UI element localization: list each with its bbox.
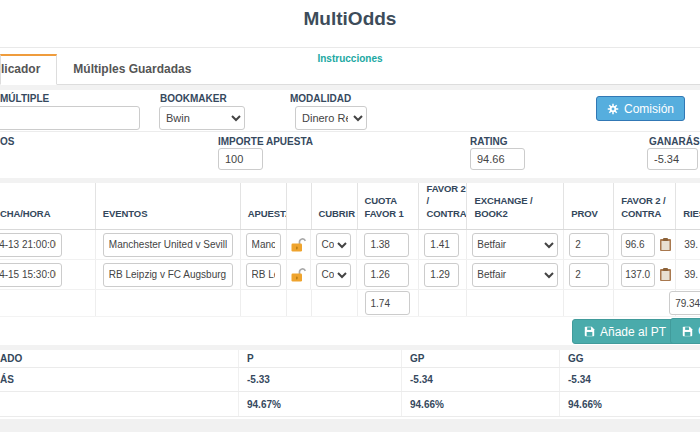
form-row-2: OS IMPORTE APUESTA RATING GANARÁS — [0, 132, 700, 178]
rating-input[interactable] — [470, 148, 525, 170]
ganaras-label: GANARÁS — [649, 136, 700, 147]
prov-input[interactable] — [569, 263, 609, 287]
page-title: MultiOdds — [0, 8, 700, 30]
modalidad-label: MODALIDAD — [290, 93, 351, 104]
col-exchange-book2: EXCHANGE / BOOK2 — [467, 183, 564, 229]
bookmaker-select[interactable]: Bwin — [159, 106, 245, 130]
riesgo-total-input[interactable] — [669, 291, 700, 315]
modalidad-select[interactable]: Dinero Real — [295, 106, 367, 130]
cubrir-select[interactable]: Contra — [316, 233, 351, 257]
summary-gg-value: 94.66% — [560, 392, 700, 416]
rating-label: RATING — [470, 136, 508, 147]
summary-row: 94.67% 94.66% 94.66% — [0, 392, 700, 417]
multiple-label: MÚLTIPLE — [0, 93, 49, 104]
summary-row-label — [0, 392, 239, 416]
table-row: Contra Betfair 39. — [0, 230, 700, 260]
cuota-total-input[interactable] — [365, 291, 410, 315]
summary-col-gg: GG — [560, 350, 700, 367]
unlock-icon[interactable] — [290, 267, 307, 283]
copy-clipboard-icon[interactable] — [659, 237, 672, 252]
favor2-contra-input[interactable] — [621, 233, 655, 257]
actions-row: Añade al PT Gu — [0, 317, 700, 345]
summary-gp-value: 94.66% — [402, 392, 560, 416]
col-favor2-contra: FAVOR 2 / CONTRA — [614, 183, 676, 229]
footer-band — [0, 419, 700, 432]
prov-input[interactable] — [569, 233, 609, 257]
instructions-link[interactable]: Instrucciones — [317, 53, 382, 64]
summary-gg-value: -5.34 — [560, 368, 700, 391]
importe-input[interactable] — [218, 148, 263, 170]
exchange-select[interactable]: Betfair — [472, 263, 558, 287]
summary-col-p: P — [239, 350, 402, 367]
eventos-section-label: OS — [0, 136, 14, 147]
col-lock — [287, 183, 312, 229]
summary-col-gp: GP — [402, 350, 560, 367]
fecha-input[interactable] — [0, 233, 62, 257]
summary-p-value: 94.67% — [239, 392, 402, 416]
summary-row-label: ÁS — [0, 368, 239, 391]
importe-label: IMPORTE APUESTA — [218, 136, 313, 147]
cubrir-select[interactable]: Contra — [316, 263, 351, 287]
save-icon — [682, 326, 693, 337]
comision-button-label: Comisión — [624, 102, 674, 116]
ganaras-input[interactable] — [647, 148, 698, 170]
summary-table: ADO P GP GG ÁS -5.33 -5.34 -5.34 94.67% … — [0, 350, 700, 417]
evento-input[interactable] — [103, 233, 233, 257]
cogs-icon — [607, 103, 619, 115]
favor2-contra-input[interactable] — [621, 263, 655, 287]
page-header: MultiOdds Instrucciones — [0, 0, 700, 48]
fecha-input[interactable] — [0, 263, 62, 287]
cuota-favor1-input[interactable] — [364, 263, 409, 287]
tab-multiples-guardadas-label: Múltiples Guardadas — [73, 62, 191, 76]
bets-table-header: CHA/HORA EVENTOS APUESTA CUBRIR CUOTA FA… — [0, 183, 700, 230]
apuesta-input[interactable] — [246, 263, 281, 287]
riesgo-value: 39. — [684, 269, 698, 280]
summary-gp-value: -5.34 — [402, 368, 560, 391]
comision-button[interactable]: Comisión — [596, 96, 685, 121]
col-cuota-favor-1: CUOTA FAVOR 1 — [358, 183, 420, 229]
col-cubrir: CUBRIR — [312, 183, 358, 229]
tab-calculador[interactable]: licador — [0, 54, 57, 85]
cuota-favor2-input[interactable] — [424, 263, 459, 287]
guardar-button[interactable]: Gu — [670, 318, 700, 344]
col-eventos: EVENTOS — [96, 183, 241, 229]
col-riesgo: RIES — [676, 183, 700, 229]
bets-table: CHA/HORA EVENTOS APUESTA CUBRIR CUOTA FA… — [0, 183, 700, 317]
summary-p-value: -5.33 — [239, 368, 402, 391]
bookmaker-label: BOOKMAKER — [160, 93, 227, 104]
unlock-icon[interactable] — [290, 237, 307, 253]
col-apuesta: APUESTA — [241, 183, 287, 229]
totals-row — [0, 290, 700, 317]
summary-header: ADO P GP GG — [0, 350, 700, 368]
evento-input[interactable] — [103, 263, 233, 287]
cuota-favor1-input[interactable] — [364, 233, 409, 257]
riesgo-value: 39. — [684, 239, 698, 250]
summary-row: ÁS -5.33 -5.34 -5.34 — [0, 368, 700, 392]
form-row-1: MÚLTIPLE BOOKMAKER Bwin MODALIDAD Dinero… — [0, 90, 700, 131]
table-row: Contra Betfair 39. — [0, 260, 700, 290]
col-fecha-hora: CHA/HORA — [0, 183, 96, 229]
anade-al-pt-label: Añade al PT — [600, 325, 666, 339]
col-cuota-favor-2: CUOTA FAVOR 2 / CONTRA — [419, 183, 467, 229]
apuesta-input[interactable] — [246, 233, 281, 257]
multiple-input[interactable] — [0, 106, 140, 130]
exchange-select[interactable]: Betfair — [472, 233, 558, 257]
tab-multiples-guardadas[interactable]: Múltiples Guardadas — [57, 55, 207, 84]
col-prov: PROV — [564, 183, 614, 229]
copy-clipboard-icon[interactable] — [659, 267, 672, 282]
anade-al-pt-button[interactable]: Añade al PT — [572, 319, 678, 344]
save-icon — [584, 326, 595, 337]
cuota-favor2-input[interactable] — [424, 233, 459, 257]
summary-col-resultado: ADO — [0, 350, 239, 367]
tab-calculador-label: licador — [1, 62, 40, 76]
